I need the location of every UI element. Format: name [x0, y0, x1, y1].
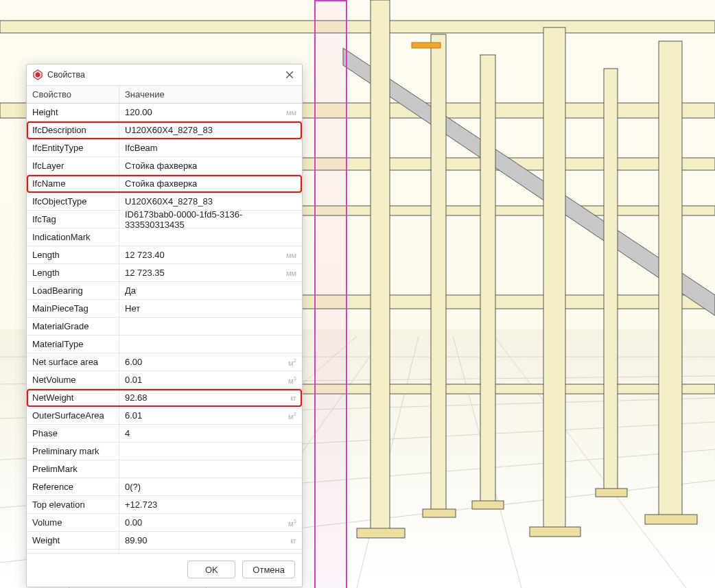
property-row[interactable]: PrelimMark — [27, 460, 302, 478]
property-row[interactable]: Net surface area6.00м2 — [27, 353, 302, 371]
property-name: MainPieceTag — [27, 300, 119, 317]
property-name: Volume — [27, 514, 119, 531]
property-value[interactable]: 89.90кг — [119, 532, 302, 549]
unit-label: кг — [290, 394, 296, 402]
property-value[interactable]: +12.723 — [119, 496, 302, 513]
property-name: IfcEntityType — [27, 139, 119, 156]
property-row[interactable]: Height120.00мм — [27, 104, 302, 121]
property-value[interactable]: 12 723.35мм — [119, 264, 302, 281]
property-row[interactable]: Preliminary mark — [27, 443, 302, 460]
property-row[interactable]: Length12 723.35мм — [27, 264, 302, 282]
property-name: Preliminary mark — [27, 443, 119, 460]
unit-label: мм — [286, 269, 296, 277]
property-value[interactable] — [119, 460, 302, 478]
unit-label: м3 — [288, 518, 296, 528]
property-value[interactable]: Да — [119, 282, 302, 299]
property-value[interactable] — [119, 336, 302, 353]
svg-rect-22 — [543, 27, 565, 535]
property-row[interactable]: NetVolume0.01м3 — [27, 371, 302, 389]
property-value[interactable] — [119, 318, 302, 335]
property-row[interactable]: NetWeight92.68кг — [27, 389, 302, 407]
property-value[interactable]: 120.00мм — [119, 104, 302, 121]
property-value[interactable]: 0.00м3 — [119, 514, 302, 531]
property-name: IfcLayer — [27, 157, 119, 174]
close-icon — [286, 71, 293, 78]
property-value[interactable]: 12 723.40мм — [119, 246, 302, 263]
property-value[interactable]: Стойка фахверка — [119, 157, 302, 174]
property-name: LoadBearing — [27, 282, 119, 299]
unit-label: м3 — [288, 375, 296, 385]
dialog-footer: OK Отмена — [27, 554, 302, 587]
property-value[interactable]: U120X60X4_8278_83 — [119, 193, 302, 210]
property-name: Length — [27, 264, 119, 281]
property-name: Weight — [27, 532, 119, 549]
property-name: MaterialGrade — [27, 318, 119, 335]
svg-rect-15 — [302, 206, 715, 215]
svg-rect-21 — [480, 55, 495, 508]
close-button[interactable] — [283, 68, 296, 82]
property-row[interactable]: IfcNameСтойка фахверка — [27, 175, 302, 193]
svg-rect-16 — [302, 295, 715, 309]
svg-rect-24 — [659, 41, 682, 521]
property-row[interactable]: MaterialType — [27, 336, 302, 353]
col-key: Свойство — [27, 86, 119, 103]
property-value[interactable]: 0(?) — [119, 478, 302, 495]
property-value[interactable]: 6.00м2 — [119, 353, 302, 371]
property-row[interactable]: IfcLayerСтойка фахверка — [27, 157, 302, 175]
property-value[interactable]: 6.01м2 — [119, 407, 302, 424]
property-row[interactable]: MainPieceTagНет — [27, 300, 302, 318]
property-row[interactable]: Volume0.00м3 — [27, 514, 302, 532]
ok-button[interactable]: OK — [187, 561, 235, 578]
property-value[interactable]: Нет — [119, 300, 302, 317]
property-value[interactable]: ID6173bab0-0000-1fd5-3136-333530313435 — [119, 211, 302, 228]
property-grid[interactable]: Свойство Значение Height120.00ммIfcDescr… — [27, 86, 302, 554]
col-value: Значение — [119, 86, 302, 103]
grid-header: Свойство Значение — [27, 86, 302, 104]
property-name: Height — [27, 104, 119, 121]
property-row[interactable]: OuterSurfaceArea6.01м2 — [27, 407, 302, 425]
property-name: IfcTag — [27, 211, 119, 228]
property-name: Top elevation — [27, 496, 119, 513]
property-value[interactable] — [119, 443, 302, 460]
svg-rect-30 — [645, 515, 697, 524]
svg-rect-26 — [423, 509, 456, 517]
dialog-title: Свойства — [47, 70, 283, 80]
property-value[interactable]: Стойка фахверка — [119, 175, 302, 192]
property-row[interactable]: Phase4 — [27, 425, 302, 443]
property-row[interactable]: IfcObjectTypeU120X60X4_8278_83 — [27, 193, 302, 211]
svg-rect-12 — [0, 21, 715, 33]
property-value[interactable]: IfcBeam — [119, 139, 302, 156]
app-icon — [32, 69, 43, 80]
svg-rect-28 — [530, 527, 581, 537]
properties-dialog: Свойства Свойство Значение Height120.00м… — [26, 64, 303, 587]
property-name: Length — [27, 246, 119, 263]
svg-rect-31 — [412, 43, 441, 48]
svg-rect-20 — [431, 34, 446, 515]
property-row[interactable]: MaterialGrade — [27, 318, 302, 336]
property-row[interactable]: Weight89.90кг — [27, 532, 302, 550]
svg-rect-23 — [604, 69, 618, 494]
property-row[interactable]: Length12 723.40мм — [27, 246, 302, 264]
property-name: MaterialType — [27, 336, 119, 353]
property-value[interactable]: 4 — [119, 425, 302, 442]
svg-rect-29 — [596, 489, 627, 497]
svg-rect-17 — [302, 384, 715, 394]
property-row[interactable]: IfcDescriptionU120X60X4_8278_83 — [27, 121, 302, 139]
property-row[interactable]: LoadBearingДа — [27, 282, 302, 300]
svg-rect-25 — [357, 528, 405, 538]
property-row[interactable]: IndicationMark — [27, 228, 302, 246]
property-name: IfcName — [27, 175, 119, 192]
dialog-titlebar[interactable]: Свойства — [27, 64, 302, 86]
property-value[interactable] — [119, 228, 302, 246]
property-row[interactable]: IfcEntityTypeIfcBeam — [27, 139, 302, 157]
unit-label: мм — [286, 108, 296, 117]
svg-rect-19 — [371, 0, 390, 535]
property-row[interactable]: Top elevation +12.723 — [27, 496, 302, 514]
property-value[interactable]: U120X60X4_8278_83 — [119, 121, 302, 139]
property-value[interactable]: 92.68кг — [119, 389, 302, 406]
selected-element-highlight[interactable] — [314, 0, 347, 588]
property-row[interactable]: IfcTagID6173bab0-0000-1fd5-3136-33353031… — [27, 211, 302, 228]
property-value[interactable]: 0.01м3 — [119, 371, 302, 388]
cancel-button[interactable]: Отмена — [242, 561, 295, 578]
property-row[interactable]: Reference0(?) — [27, 478, 302, 496]
